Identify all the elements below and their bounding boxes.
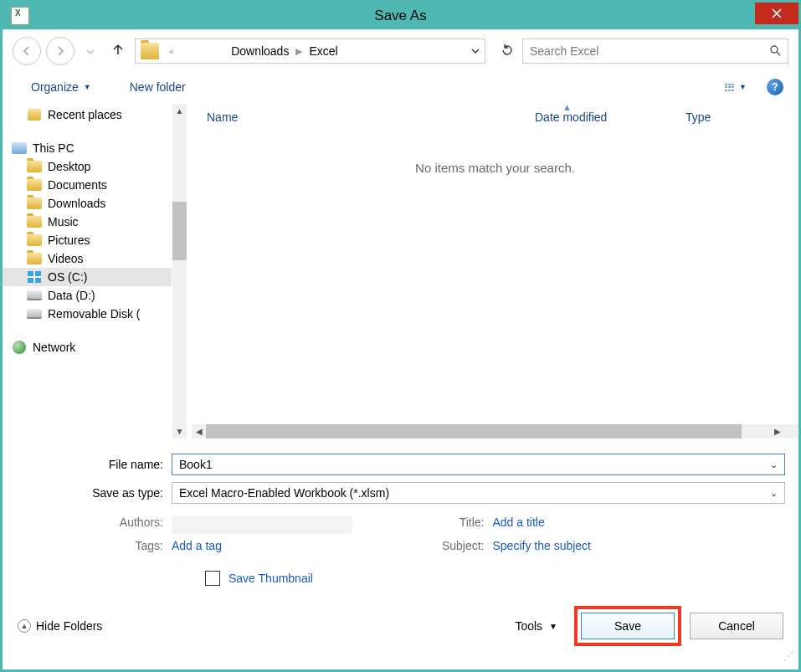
tree-documents[interactable]: Documents: [3, 176, 172, 194]
scroll-thumb[interactable]: [172, 202, 187, 260]
empty-message: No items match your search.: [192, 131, 798, 175]
help-button[interactable]: ?: [767, 79, 783, 95]
up-button[interactable]: [105, 43, 131, 60]
title-field[interactable]: Add a title: [493, 516, 545, 534]
scroll-right-icon[interactable]: ▶: [770, 424, 784, 439]
filename-label: File name:: [16, 458, 172, 471]
title-label: Title:: [401, 516, 493, 534]
tree-videos[interactable]: Videos: [3, 249, 172, 268]
filename-input[interactable]: Book1 ⌄: [172, 454, 785, 475]
tree-music[interactable]: Music: [3, 213, 172, 231]
title-bar: Save As: [3, 3, 798, 29]
forward-button[interactable]: [46, 37, 74, 65]
file-list: ▲ Name Date modified Type No items match…: [187, 104, 798, 439]
subject-label: Subject:: [401, 539, 493, 552]
subject-field[interactable]: Specify the subject: [493, 539, 592, 552]
tree-pictures[interactable]: Pictures: [3, 231, 172, 249]
nav-row: « Downloads ▶ Excel Search Excel: [3, 30, 798, 72]
window-title: Save As: [3, 8, 798, 24]
scroll-up-icon[interactable]: ▲: [172, 104, 187, 118]
refresh-button[interactable]: [492, 44, 522, 59]
save-highlight: Save: [574, 606, 681, 646]
column-name[interactable]: Name: [207, 110, 535, 124]
tree-data-d[interactable]: Data (D:): [3, 286, 172, 305]
search-input[interactable]: Search Excel: [522, 38, 788, 64]
breadcrumb-seg-1[interactable]: Downloads: [229, 44, 290, 58]
breadcrumb-seg-2[interactable]: Excel: [307, 44, 339, 58]
column-type[interactable]: Type: [685, 110, 727, 124]
scroll-down-icon[interactable]: ▼: [172, 424, 187, 439]
view-options-button[interactable]: ▼: [720, 79, 752, 95]
nav-tree: Recent places This PC Desktop Documents …: [3, 104, 187, 439]
tree-removable[interactable]: Removable Disk (: [3, 305, 172, 323]
tools-menu[interactable]: Tools▼: [515, 619, 557, 633]
chevron-right-icon: ▶: [290, 46, 307, 57]
tree-recent-places[interactable]: Recent places: [3, 105, 172, 124]
path-dropdown[interactable]: [466, 44, 485, 58]
dialog-footer: ▲ Hide Folders Tools▼ Save Cancel: [3, 586, 798, 658]
folder-icon: [141, 43, 159, 59]
search-icon: [769, 44, 781, 59]
authors-field[interactable]: [172, 516, 352, 534]
hide-folders-button[interactable]: ▲ Hide Folders: [18, 619, 102, 633]
search-placeholder: Search Excel: [530, 44, 598, 58]
back-button[interactable]: [13, 37, 41, 65]
tree-downloads[interactable]: Downloads: [3, 194, 172, 213]
svg-point-0: [771, 46, 778, 53]
horizontal-scrollbar[interactable]: ◀ ▶: [192, 424, 798, 439]
tree-network[interactable]: Network: [3, 338, 172, 357]
save-button[interactable]: Save: [581, 613, 675, 639]
save-form: File name: Book1 ⌄ Save as type: Excel M…: [3, 439, 798, 586]
authors-label: Authors:: [16, 516, 172, 534]
tags-label: Tags:: [16, 539, 172, 552]
breadcrumb[interactable]: « Downloads ▶ Excel: [135, 38, 485, 64]
save-type-select[interactable]: Excel Macro-Enabled Workbook (*.xlsm) ⌄: [172, 482, 785, 504]
tree-this-pc[interactable]: This PC: [3, 139, 172, 157]
recent-locations-dropdown[interactable]: [80, 43, 101, 60]
resize-grip[interactable]: ⋰: [783, 654, 793, 664]
save-type-label: Save as type:: [16, 486, 172, 500]
tree-desktop[interactable]: Desktop: [3, 157, 172, 176]
toolbar: Organize▼ New folder ▼ ?: [3, 72, 798, 104]
chevron-down-icon[interactable]: ⌄: [770, 488, 778, 499]
close-button[interactable]: [755, 3, 798, 24]
chevron-left-icon: «: [164, 46, 179, 56]
tags-field[interactable]: Add a tag: [172, 539, 222, 552]
cancel-button[interactable]: Cancel: [690, 613, 783, 639]
collapse-icon: ▲: [18, 619, 31, 633]
save-thumbnail-label: Save Thumbnail: [228, 572, 313, 585]
hscroll-thumb[interactable]: [206, 424, 742, 439]
scroll-left-icon[interactable]: ◀: [192, 424, 206, 439]
chevron-down-icon[interactable]: ⌄: [770, 459, 778, 470]
organize-button[interactable]: Organize▼: [24, 75, 98, 99]
tree-os-c[interactable]: OS (C:): [3, 268, 172, 286]
column-date[interactable]: Date modified: [535, 110, 685, 124]
new-folder-button[interactable]: New folder: [123, 75, 193, 99]
save-thumbnail-checkbox[interactable]: [205, 571, 220, 586]
tree-scrollbar[interactable]: ▲ ▼: [172, 104, 187, 439]
sort-indicator-icon: ▲: [562, 102, 572, 112]
